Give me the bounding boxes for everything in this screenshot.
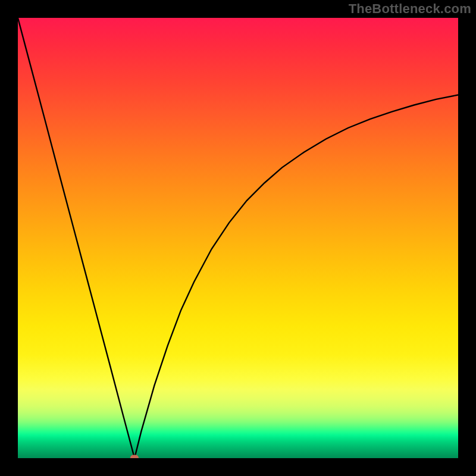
plot-area bbox=[18, 18, 458, 458]
curve-right-branch bbox=[134, 95, 458, 459]
watermark-text: TheBottleneck.com bbox=[349, 1, 471, 17]
bottleneck-curve bbox=[18, 18, 458, 458]
chart-frame: TheBottleneck.com bbox=[0, 0, 476, 476]
curve-left-branch bbox=[18, 18, 134, 458]
bottleneck-marker bbox=[130, 455, 139, 459]
